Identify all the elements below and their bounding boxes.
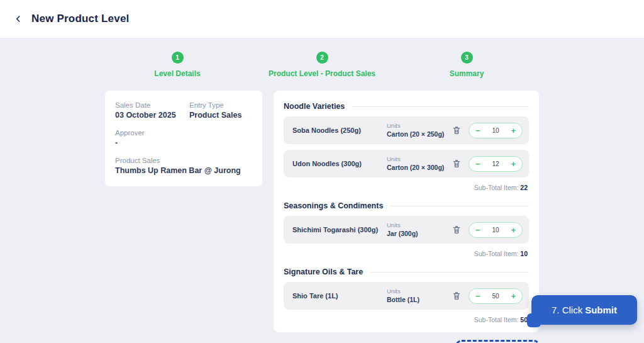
section-divider [370, 272, 529, 273]
item-units: Units Carton (20 × 250g) [387, 122, 447, 138]
item-units: Units Carton (20 × 300g) [387, 155, 447, 172]
item-units: Units Bottle (1L) [387, 288, 447, 304]
plus-icon[interactable]: + [511, 160, 516, 168]
product-sales-value: Thumbs Up Ramen Bar @ Jurong [115, 166, 252, 175]
section-title: Seasonings & Condiments [284, 201, 383, 210]
delete-item-button[interactable] [447, 225, 466, 235]
submit-highlight-box: Submit [455, 340, 540, 343]
units-label: Units [387, 155, 447, 162]
units-label: Units [387, 122, 447, 129]
quantity-value[interactable]: 10 [492, 127, 499, 134]
units-value: Carton (20 × 250g) [387, 130, 447, 138]
units-value: Carton (20 × 300g) [387, 163, 447, 172]
approver-value: - [115, 138, 252, 147]
subtotal-label: Sub-Total Item: [474, 316, 519, 323]
units-label: Units [387, 288, 447, 295]
subtotal-label: Sub-Total Item: [474, 250, 519, 257]
minus-icon[interactable]: − [475, 127, 480, 135]
plus-icon[interactable]: + [511, 226, 516, 234]
page-title: New Product Level [31, 13, 130, 25]
item-row-shio-tare: Shio Tare (1L) Units Bottle (1L) − 50 + [284, 282, 529, 310]
section-title: Noodle Varieties [284, 102, 345, 111]
step-3-label: Summary [450, 69, 484, 78]
subtotal-signature-oils: Sub-Total Item: 50 [285, 316, 528, 323]
quantity-value[interactable]: 12 [492, 160, 499, 167]
top-bar: New Product Level [0, 0, 644, 38]
subtotal-noodle-varieties: Sub-Total Item: 22 [285, 184, 528, 191]
tooltip-bold-text: Submit [585, 305, 617, 315]
section-divider [391, 206, 529, 206]
step-level-details[interactable]: 1 Level Details [105, 52, 250, 78]
section-divider [352, 106, 529, 107]
entry-type-label: Entry Type [189, 101, 242, 109]
coachmark-tooltip: 7. Click Submit [531, 295, 637, 325]
sales-date-field: Sales Date 03 October 2025 [115, 101, 189, 120]
step-product-level[interactable]: 2 Product Level - Product Sales [250, 52, 394, 78]
units-label: Units [387, 222, 447, 228]
step-2-circle: 2 [316, 52, 328, 64]
sales-date-label: Sales Date [115, 101, 189, 109]
item-name: Shichimi Togarashi (300g) [292, 226, 387, 233]
step-summary[interactable]: 3 Summary [394, 52, 539, 78]
chevron-left-icon [14, 14, 23, 23]
step-1-label: Level Details [154, 69, 200, 78]
delete-item-button[interactable] [447, 125, 466, 135]
entry-type-field: Entry Type Product Sales [189, 101, 242, 120]
item-units: Units Jar (300g) [387, 222, 447, 238]
units-value: Jar (300g) [387, 229, 447, 238]
delete-item-button[interactable] [447, 159, 466, 169]
sales-date-value: 03 October 2025 [115, 111, 189, 120]
trash-icon [452, 225, 462, 235]
stepper: 1 Level Details 2 Product Level - Produc… [105, 52, 539, 78]
minus-icon[interactable]: − [475, 160, 480, 168]
subtotal-label: Sub-Total Item: [474, 184, 519, 191]
step-2-label: Product Level - Product Sales [269, 69, 375, 78]
details-row-1: Sales Date 03 October 2025 Entry Type Pr… [115, 101, 252, 129]
approver-label: Approver [115, 129, 252, 137]
trash-icon [452, 291, 462, 301]
page: New Product Level 1 Level Details 2 Prod… [0, 0, 644, 343]
subtotal-value: 10 [520, 250, 528, 257]
section-header-seasonings: Seasonings & Condiments [284, 201, 529, 210]
quantity-stepper[interactable]: − 50 + [469, 288, 523, 304]
content: Sales Date 03 October 2025 Entry Type Pr… [105, 91, 539, 332]
delete-item-button[interactable] [447, 291, 466, 301]
plus-icon[interactable]: + [511, 292, 516, 300]
quantity-stepper[interactable]: − 12 + [469, 156, 523, 172]
approver-field: Approver - [115, 129, 252, 147]
trash-icon [452, 125, 462, 135]
back-button[interactable] [11, 12, 25, 26]
subtotal-value: 22 [520, 184, 528, 191]
section-title: Signature Oils & Tare [284, 267, 363, 276]
step-3-circle: 3 [461, 52, 473, 64]
units-value: Bottle (1L) [387, 295, 447, 304]
item-name: Shio Tare (1L) [292, 292, 387, 300]
tooltip-text: 7. Click [552, 305, 582, 315]
footer-actions: Discard Back Submit [104, 340, 540, 343]
trash-icon [452, 159, 462, 169]
subtotal-seasonings: Sub-Total Item: 10 [285, 250, 528, 257]
product-sales-label: Product Sales [115, 157, 252, 164]
item-row-udon-noodles: Udon Noodles (300g) Units Carton (20 × 3… [284, 150, 529, 177]
product-sales-field: Product Sales Thumbs Up Ramen Bar @ Juro… [115, 157, 252, 175]
minus-icon[interactable]: − [475, 226, 480, 234]
item-row-soba-noodles: Soba Noodles (250g) Units Carton (20 × 2… [284, 116, 529, 144]
section-header-noodle-varieties: Noodle Varieties [284, 102, 529, 111]
step-1-circle: 1 [172, 52, 184, 64]
item-row-shichimi-togarashi: Shichimi Togarashi (300g) Units Jar (300… [284, 216, 529, 244]
quantity-stepper[interactable]: − 10 + [469, 123, 523, 138]
product-sales-card: Noodle Varieties Soba Noodles (250g) Uni… [274, 91, 539, 332]
quantity-value[interactable]: 50 [492, 293, 499, 300]
level-details-card: Sales Date 03 October 2025 Entry Type Pr… [105, 91, 262, 186]
section-header-signature-oils: Signature Oils & Tare [284, 267, 529, 276]
item-name: Soba Noodles (250g) [292, 127, 387, 134]
quantity-value[interactable]: 10 [492, 227, 499, 233]
quantity-stepper[interactable]: − 10 + [469, 222, 523, 238]
item-name: Udon Noodles (300g) [292, 160, 387, 167]
entry-type-value: Product Sales [189, 111, 242, 120]
plus-icon[interactable]: + [511, 127, 516, 135]
minus-icon[interactable]: − [475, 292, 480, 300]
